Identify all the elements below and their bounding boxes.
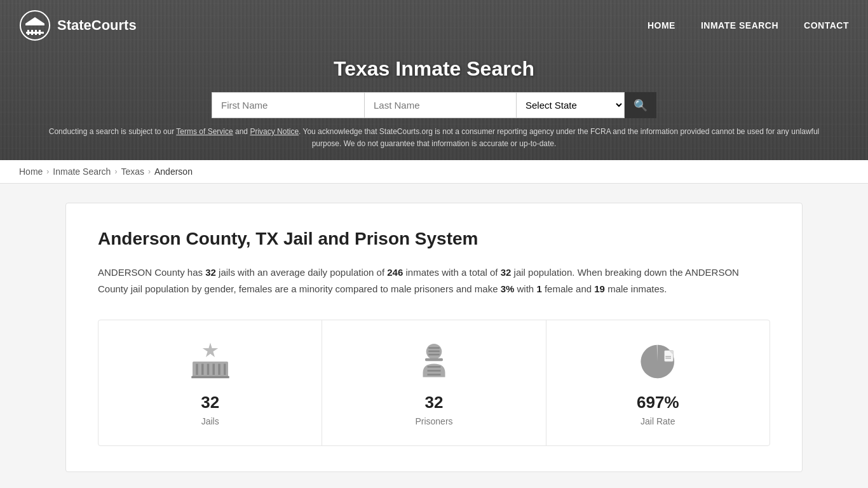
first-name-input[interactable] [212,92,364,118]
stat-jail-rate: 697% Jail Rate [546,320,770,445]
hero-title-wrap: Texas Inmate Search [0,51,868,92]
disclaimer-text1: Conducting a search is subject to our [49,127,177,136]
stat-jail-rate-number: 697% [559,393,757,412]
hero-title: Texas Inmate Search [0,57,868,81]
svg-rect-7 [25,24,44,25]
navbar: StateCourts HOME INMATE SEARCH CONTACT [0,0,868,51]
svg-rect-12 [207,364,209,376]
desc-pre3: inmates with a total of [403,267,500,278]
breadcrumb: Home › Inmate Search › Texas › Anderson [0,160,868,184]
last-name-input[interactable] [364,92,517,118]
svg-marker-9 [202,343,218,358]
nav-links: HOME INMATE SEARCH CONTACT [648,20,849,31]
svg-rect-2 [27,30,29,35]
nav-contact[interactable]: CONTACT [804,20,849,30]
desc-pre7: male inmates. [605,283,667,294]
desc-avg-pop: 246 [387,267,403,278]
desc-female-pct: 3% [501,283,515,294]
stat-prisoners-label: Prisoners [335,416,532,426]
svg-rect-28 [666,356,672,358]
stat-prisoners: 32 Prisoners [322,320,546,445]
svg-rect-29 [666,358,672,359]
nav-inmate-search[interactable]: INMATE SEARCH [701,20,778,30]
svg-rect-15 [224,364,226,376]
privacy-link[interactable]: Privacy Notice [250,127,299,136]
svg-rect-11 [201,364,204,376]
stat-jails: 32 Jails [98,320,322,445]
content-card: Anderson County, TX Jail and Prison Syst… [65,203,803,472]
svg-rect-18 [425,358,443,361]
disclaimer: Conducting a search is subject to our Te… [0,126,868,160]
county-title: Anderson County, TX Jail and Prison Syst… [98,229,770,249]
nav-home[interactable]: HOME [648,20,675,30]
hero-section: StateCourts HOME INMATE SEARCH CONTACT T… [0,0,868,160]
county-description: ANDERSON County has 32 jails with an ave… [98,264,770,297]
svg-rect-5 [39,30,41,35]
svg-rect-21 [428,354,440,356]
desc-pre2: jails with an average daily population o… [216,267,387,278]
breadcrumb-sep-1: › [46,167,49,176]
jail-icon [111,339,309,384]
breadcrumb-sep-3: › [148,167,151,176]
prisoner-icon [335,339,532,384]
breadcrumb-current: Anderson [154,166,193,177]
desc-pre1: ANDERSON County has [98,267,205,278]
svg-rect-10 [196,364,198,376]
stat-jail-rate-label: Jail Rate [559,416,757,426]
svg-rect-14 [218,364,220,376]
breadcrumb-sep-2: › [114,167,117,176]
desc-pre6: female and [542,283,595,294]
desc-total-pop: 32 [501,267,512,278]
svg-marker-6 [25,17,44,24]
desc-male-count: 19 [594,283,605,294]
site-logo[interactable]: StateCourts [19,10,137,41]
svg-rect-20 [428,351,440,353]
svg-rect-24 [427,374,440,376]
stats-row: 32 Jails [98,320,770,446]
breadcrumb-state[interactable]: Texas [121,166,144,177]
desc-pre5: with [514,283,536,294]
terms-link[interactable]: Terms of Service [176,127,233,136]
breadcrumb-home[interactable]: Home [19,166,43,177]
search-bar: Select StateAlabamaAlaskaArizonaArkansas… [0,92,868,126]
search-button[interactable]: 🔍 [625,92,656,118]
search-icon: 🔍 [634,98,648,112]
svg-rect-4 [35,30,37,35]
state-select[interactable]: Select StateAlabamaAlaskaArizonaArkansas… [517,92,625,118]
desc-jails: 32 [205,267,216,278]
site-name: StateCourts [57,17,137,34]
desc-female-count: 1 [536,283,541,294]
disclaimer-text2: and [233,127,250,136]
breadcrumb-inmate-search[interactable]: Inmate Search [53,166,111,177]
main-content: Anderson County, TX Jail and Prison Syst… [53,184,815,488]
svg-rect-22 [427,366,440,368]
svg-rect-16 [191,376,229,379]
svg-rect-19 [428,348,440,349]
logo-icon [19,10,51,41]
chart-icon [559,339,757,384]
stat-jails-label: Jails [111,416,309,426]
svg-rect-3 [31,30,33,35]
stat-jails-number: 32 [111,393,309,412]
disclaimer-text3: . You acknowledge that StateCourts.org i… [299,127,819,148]
stat-prisoners-number: 32 [335,393,532,412]
svg-rect-13 [212,364,215,376]
svg-rect-23 [427,370,440,372]
